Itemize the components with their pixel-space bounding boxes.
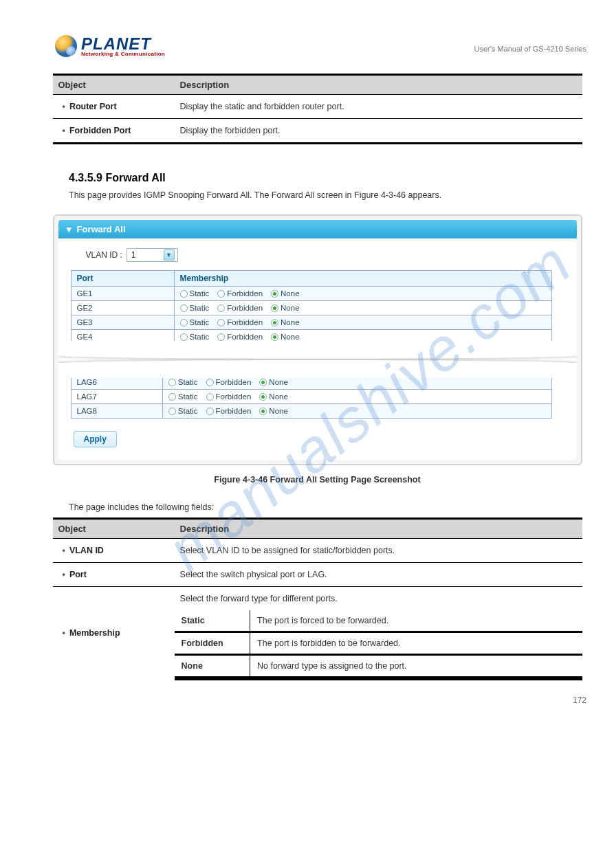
radio-label: Static	[178, 378, 198, 386]
radio-none[interactable]: None	[259, 407, 288, 415]
radio-label: Forbidden	[227, 318, 263, 326]
radio-forbidden[interactable]: Forbidden	[217, 289, 263, 298]
table-row: GE1StaticForbiddenNone	[71, 287, 551, 301]
table-row: •Membership Select the forward type for …	[53, 587, 582, 611]
section-number: 4.3.5.9 Forward All	[69, 172, 586, 184]
radio-icon	[217, 333, 225, 341]
router-port-table: Object Description •Router Port Display …	[53, 74, 582, 144]
membership-cell: StaticForbiddenNone	[174, 330, 551, 344]
vlan-id-value: 1	[131, 250, 136, 260]
table-row: GE3StaticForbiddenNone	[71, 315, 551, 330]
radio-label: Forbidden	[216, 392, 252, 401]
radio-static[interactable]: Static	[168, 392, 198, 401]
port-cell: LAG6	[71, 375, 162, 390]
port-cell: LAG8	[71, 404, 162, 419]
obj-label: VLAN ID	[69, 546, 104, 555]
radio-static[interactable]: Static	[180, 318, 210, 326]
radio-label: None	[281, 318, 300, 326]
radio-icon	[271, 290, 278, 298]
radio-icon	[271, 304, 278, 312]
opt-text: The port is forbidden to be forwarded.	[250, 632, 582, 655]
obj-desc: Display the forbidden port.	[175, 119, 582, 144]
section-description: This page provides IGMP Snooping Forward…	[69, 188, 586, 202]
table-row: GE2StaticForbiddenNone	[71, 301, 551, 315]
radio-icon	[168, 408, 176, 415]
table-row: GE4StaticForbiddenNone	[71, 330, 551, 344]
radio-label: Forbidden	[227, 289, 263, 298]
radio-icon	[271, 319, 278, 326]
radio-forbidden[interactable]: Forbidden	[217, 333, 263, 341]
radio-label: Forbidden	[227, 304, 263, 312]
radio-static[interactable]: Static	[180, 304, 210, 312]
radio-label: None	[269, 407, 288, 415]
radio-none[interactable]: None	[259, 392, 288, 401]
apply-button[interactable]: Apply	[74, 431, 117, 447]
port-cell: GE2	[71, 301, 174, 315]
radio-static[interactable]: Static	[168, 378, 198, 386]
radio-none[interactable]: None	[259, 378, 288, 386]
chevron-down-icon: ▼	[164, 249, 175, 260]
radio-icon	[217, 304, 225, 312]
port-cell: GE1	[71, 287, 174, 301]
table-row: LAG6StaticForbiddenNone	[71, 375, 551, 390]
radio-forbidden[interactable]: Forbidden	[206, 407, 252, 415]
fields-table: Object Description •VLAN ID Select VLAN …	[53, 518, 582, 680]
radio-icon	[180, 290, 188, 298]
radio-forbidden[interactable]: Forbidden	[206, 392, 252, 401]
forward-all-panel: ▾ Forward All VLAN ID : 1 ▼ Port Members…	[53, 214, 582, 465]
radio-none[interactable]: None	[271, 318, 300, 326]
radio-icon	[206, 393, 214, 401]
membership-cell: StaticForbiddenNone	[174, 315, 551, 330]
obj-label: Port	[69, 570, 87, 579]
opt-text: No forward type is assigned to the port.	[250, 655, 582, 678]
table-row: •VLAN ID Select VLAN ID to be assigned f…	[53, 539, 582, 563]
radio-none[interactable]: None	[271, 333, 300, 341]
radio-icon	[168, 379, 176, 386]
radio-icon	[217, 319, 225, 326]
radio-none[interactable]: None	[271, 289, 300, 298]
opt-name: Static	[175, 610, 250, 632]
port-cell: GE3	[71, 315, 174, 330]
radio-icon	[217, 290, 225, 298]
membership-cell: StaticForbiddenNone	[174, 287, 551, 301]
table-row: LAG7StaticForbiddenNone	[71, 390, 551, 404]
radio-icon	[180, 319, 188, 326]
radio-static[interactable]: Static	[180, 333, 210, 341]
membership-cell: StaticForbiddenNone	[162, 390, 551, 404]
radio-label: Static	[190, 304, 210, 312]
radio-label: Static	[190, 289, 210, 298]
membership-cell: StaticForbiddenNone	[162, 404, 551, 419]
forward-all-table-bottom: LAG6StaticForbiddenNoneLAG7StaticForbidd…	[71, 375, 552, 419]
col-description: Description	[175, 519, 582, 539]
radio-none[interactable]: None	[271, 304, 300, 312]
col-port: Port	[71, 271, 174, 287]
radio-label: Forbidden	[216, 407, 252, 415]
radio-label: None	[281, 333, 300, 341]
vlan-id-label: VLAN ID :	[86, 250, 122, 260]
table-row: LAG8StaticForbiddenNone	[71, 404, 551, 419]
radio-icon	[259, 408, 267, 415]
obj-desc: Select the switch physical port or LAG.	[175, 563, 582, 587]
radio-icon	[259, 379, 267, 386]
obj-label: Forbidden Port	[69, 126, 131, 135]
obj-label: Router Port	[69, 102, 117, 111]
vlan-id-select[interactable]: 1 ▼	[127, 248, 178, 262]
radio-icon	[180, 304, 188, 312]
radio-forbidden[interactable]: Forbidden	[217, 304, 263, 312]
radio-forbidden[interactable]: Forbidden	[206, 378, 252, 386]
port-cell: GE4	[71, 330, 174, 344]
radio-static[interactable]: Static	[168, 407, 198, 415]
radio-label: Forbidden	[216, 378, 252, 386]
col-description: Description	[175, 75, 582, 95]
port-cell: LAG7	[71, 390, 162, 404]
col-membership: Membership	[174, 271, 551, 287]
table-row: •Router Port Display the static and forb…	[53, 95, 582, 119]
membership-cell: StaticForbiddenNone	[174, 301, 551, 315]
radio-forbidden[interactable]: Forbidden	[217, 318, 263, 326]
panel-header[interactable]: ▾ Forward All	[58, 220, 577, 238]
table-row: •Forbidden Port Display the forbidden po…	[53, 119, 582, 144]
panel-title: Forward All	[77, 224, 126, 234]
radio-static[interactable]: Static	[180, 289, 210, 298]
opt-text: The port is forced to be forwarded.	[250, 610, 582, 632]
radio-icon	[180, 333, 188, 341]
